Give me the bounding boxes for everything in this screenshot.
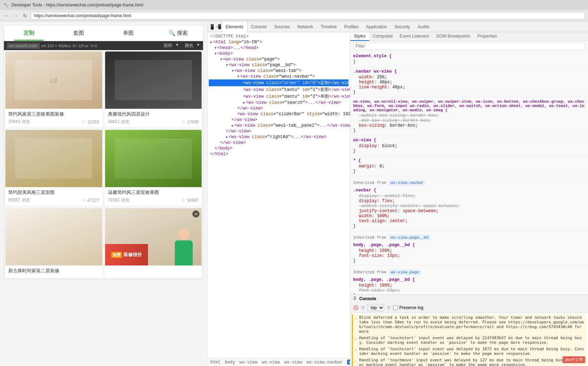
css-selector-element: element.style { (353, 54, 585, 59)
html-line-search[interactable]: ▶<wx-view class="search">...</wx-view> (209, 100, 349, 106)
console-context-select[interactable]: top (367, 304, 384, 311)
css-inherited-pagebd: Inherited from wx-view.page__bd body, .p… (350, 231, 588, 266)
tab-profiles[interactable]: Profiles (341, 21, 362, 32)
console-msg-4: ⚠ Handling of 'touchmove' input event wa… (352, 357, 587, 366)
tab-taotu[interactable]: 套图 (54, 25, 103, 41)
tab-audits[interactable]: Audits (414, 21, 433, 32)
ad-banner[interactable]: 免费 装修报价 (105, 244, 148, 265)
tab-network[interactable]: Network (294, 21, 317, 32)
styles-tab-styles[interactable]: Styles (350, 32, 369, 41)
breadcrumb-html[interactable]: html (210, 360, 221, 365)
html-line-taotu[interactable]: <wx-view class="taotu" id="1">套图</wx-vie… (209, 86, 349, 93)
html-line-weuitab[interactable]: ▼<wx-view class="weui-tab"> (209, 68, 349, 74)
close-badge[interactable]: ✕ (192, 210, 199, 218)
image-info-1: 简约风家居三房效果图装修 25943 浏览 ☆ 12263 (5, 109, 102, 127)
console-msg-text-1: Blink deferred a task in order to make s… (359, 315, 585, 334)
devtools-inspect-icon[interactable]: 📱 (209, 24, 215, 30)
tab-timeline[interactable]: Timeline (317, 21, 341, 32)
address-bar[interactable] (31, 12, 585, 20)
tab-search[interactable]: 🔍 搜索 (153, 25, 203, 41)
tab-dantu[interactable]: 单图 (104, 25, 153, 41)
ad-text: 装修报价 (123, 252, 142, 258)
image-info-3: 简约甜美风格三居室图 95657 浏览 ☆ 47227 (5, 187, 102, 205)
css-line-height: line-height: 48px; (359, 85, 585, 90)
html-line-close-navbar: </wx-view> (209, 106, 349, 111)
css-width-100: width: 100%; (359, 214, 585, 219)
element-info-bar: wx-view#0.order wh:103 × 48|Abs: 0× 1|Po… (4, 41, 203, 50)
tab-sources[interactable]: Sources (271, 21, 294, 32)
html-line-pagebd[interactable]: ▼<wx-view class="page__bd"> (209, 62, 349, 68)
breadcrumb-wxview2[interactable]: wx-view (262, 360, 280, 365)
elements-panel: <!DOCTYPE html> ▶<html lang="zh-CN"> ▼<h… (207, 32, 350, 366)
styles-tab-properties[interactable]: Properties (474, 32, 500, 41)
styles-filter-input[interactable] (353, 43, 585, 50)
console-msg-text-3: Handling of 'touchstart' input event was… (359, 347, 585, 356)
console-section: ⠿ Console 🚫 ▽ top ▽ Preserve log (350, 294, 588, 366)
breadcrumb-navbar[interactable]: wx-view.navbar (307, 360, 343, 365)
html-line-page[interactable]: ▼<wx-view class="page"> (209, 57, 349, 62)
css-moz-box-sizing: -moz-box-sizing: border-box; (359, 118, 585, 123)
html-line-body[interactable]: ▼<body> (209, 51, 349, 57)
html-line-rightad[interactable]: ▶<wx-view class="rightAd">...</wx-view> (209, 134, 349, 140)
html-line-close-weuitab-inner: </wx-view> (209, 117, 349, 123)
image-views-1: 25943 浏览 (8, 119, 30, 125)
html-line-navbar[interactable]: ▼<wx-view class="weui-navbar"> (209, 74, 349, 79)
html-tree[interactable]: <!DOCTYPE html> ▶<html lang="zh-CN"> ▼<h… (207, 32, 350, 358)
css-selector-page: body, .page, .page__bd { (353, 277, 585, 282)
console-msg-3: ⚠ Handling of 'touchstart' input event w… (352, 346, 587, 357)
breadcrumb-wxview3[interactable]: wx-view (284, 360, 302, 365)
html-line-head[interactable]: ▼<head>...</head> (209, 45, 349, 51)
css-selector-wxview: wx-view { (353, 138, 585, 143)
css-font-size-page: font-size: 15px; (359, 288, 585, 293)
styles-filter (350, 41, 588, 52)
reload-button[interactable]: ↻ (21, 12, 29, 19)
image-card-6[interactable]: ✕ 免费 装修报价 (105, 208, 202, 278)
css-display: display: block; (359, 143, 585, 148)
filter-area-btn[interactable]: 面积 (164, 43, 172, 49)
html-line-order[interactable]: <wx-view class="order" id="0">定制</wx-vie… (209, 79, 349, 86)
console-preserve-icon[interactable]: ▽ (387, 305, 390, 310)
tab-security[interactable]: Security (391, 21, 414, 32)
forward-button[interactable]: → (12, 12, 19, 19)
image-card-1[interactable]: 🛋 简约风家居三房效果图装修 25943 浏览 ☆ 12263 (5, 52, 102, 127)
inherited-from-navbar: wx-view.navbar (389, 180, 426, 186)
image-info-4: 温馨简约风三居室效果图 71581 浏览 ☆ 34897 (105, 187, 202, 205)
styles-tab-eventlisteners[interactable]: Event Listeners (396, 32, 433, 41)
html-line-sliderbar[interactable]: <wx-view class="sliderBar" style="width:… (209, 111, 349, 117)
console-filter-icon[interactable]: ▽ (361, 305, 365, 310)
css-selector-pagebd: body, .page, .page__bd { (353, 243, 585, 248)
css-star: * { margin: 0; } (350, 156, 588, 176)
filter-color-btn[interactable]: 颜色 (185, 43, 193, 49)
inherited-from-page: wx-view.page (389, 269, 421, 275)
image-likes-3: ☆ 47227 (82, 198, 99, 203)
element-selector-badge: wx-view#0.order (7, 43, 40, 49)
back-button[interactable]: ← (3, 12, 10, 19)
tab-console[interactable]: Console (247, 21, 271, 32)
styles-content[interactable]: element.style { } .navbar wx-view { widt… (350, 52, 588, 294)
css-display-flex: display: flex; (359, 199, 585, 204)
styles-tab-dombreakpoints[interactable]: DOM Breakpoints (433, 32, 474, 41)
breadcrumb-wxview1[interactable]: wx-view (239, 360, 258, 365)
html-line-dantu[interactable]: <wx-view class="dantu" id="2">单图</wx-vie… (209, 93, 349, 100)
html-line-html[interactable]: ▶<html lang="zh-CN"> (209, 39, 349, 45)
devtools-device-icon[interactable]: 📲 (215, 24, 222, 30)
css-height-100-bd: height: 100%; (359, 248, 585, 253)
browser-chrome: 🔧 Developer Tools - https://servicewecha… (0, 0, 588, 21)
image-card-2[interactable]: 典雅现代风四居设计 36621 浏览 ☆ 17699 (105, 52, 202, 127)
tab-elements[interactable]: Elements (222, 21, 247, 32)
styles-tab-computed[interactable]: Computed (369, 32, 396, 41)
image-card-3[interactable]: 简约甜美风格三居室图 95657 浏览 ☆ 47227 (5, 130, 102, 205)
html-line-tabpanel[interactable]: ▶<wx-view class="weui-tab__panel">...</w… (209, 123, 349, 128)
breadcrumb-body[interactable]: body (225, 360, 235, 365)
preserve-log-checkbox[interactable] (393, 306, 398, 310)
console-messages[interactable]: ⚠ Blink deferred a task in order to make… (350, 313, 588, 366)
image-card-4[interactable]: 温馨简约风三居室效果图 71581 浏览 ☆ 34897 (105, 130, 202, 205)
styles-tabs: Styles Computed Event Listeners DOM Brea… (350, 32, 588, 41)
filter-color-down-icon: ▼ (196, 43, 200, 49)
image-card-5[interactable]: 新古典时尚家装二居装修 (5, 208, 102, 278)
tab-application[interactable]: Application (362, 21, 391, 32)
breadcrumb-order[interactable]: wx-view#0.order (347, 360, 350, 365)
console-clear-icon[interactable]: 🚫 (353, 305, 359, 310)
browser-toolbar: ← → ↻ (0, 10, 588, 21)
tab-dingzhi[interactable]: 定制 (4, 25, 54, 41)
